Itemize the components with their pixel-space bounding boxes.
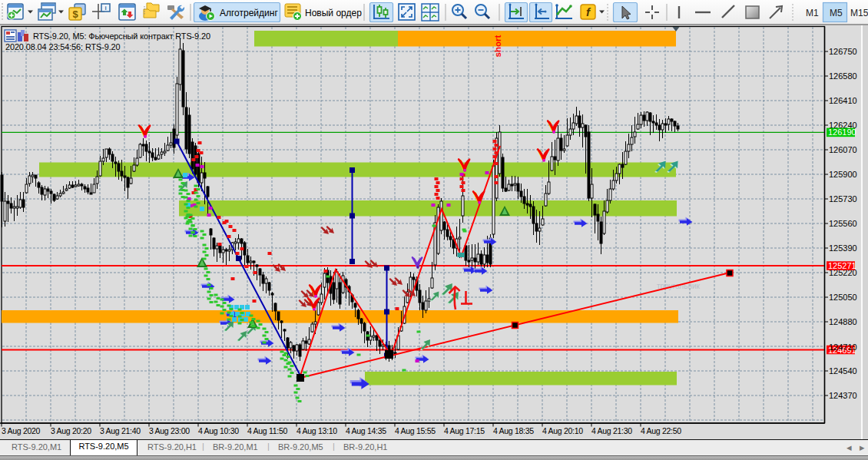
svg-text:$: $ bbox=[72, 8, 78, 20]
svg-text:3 Aug 2020: 3 Aug 2020 bbox=[2, 426, 41, 435]
svg-text:125560: 125560 bbox=[829, 219, 857, 228]
svg-text:125050: 125050 bbox=[829, 293, 857, 302]
svg-text:126410: 126410 bbox=[829, 96, 857, 105]
svg-text:124370: 124370 bbox=[829, 391, 857, 400]
svg-text:126750: 126750 bbox=[829, 47, 857, 56]
svg-text:M5: M5 bbox=[830, 8, 843, 18]
svg-text:M1: M1 bbox=[806, 8, 819, 18]
svg-text:126580: 126580 bbox=[829, 71, 857, 81]
svg-text:Алготрейдинг: Алготрейдинг bbox=[220, 8, 278, 18]
svg-text:125271: 125271 bbox=[828, 261, 856, 270]
svg-text:4 Aug 22:50: 4 Aug 22:50 bbox=[641, 426, 681, 435]
svg-text:4 Aug 10:30: 4 Aug 10:30 bbox=[198, 426, 239, 435]
svg-text:4 Aug 11:50: 4 Aug 11:50 bbox=[247, 426, 287, 435]
svg-text:2020.08.04 23:54:56; RTS-9.20: 2020.08.04 23:54:56; RTS-9.20 bbox=[5, 42, 121, 51]
svg-text:i: i bbox=[104, 5, 106, 12]
svg-text:124880: 124880 bbox=[829, 317, 857, 326]
svg-text:125390: 125390 bbox=[829, 243, 857, 253]
svg-text:4 Aug 18:35: 4 Aug 18:35 bbox=[493, 426, 534, 435]
svg-text:4 Aug 15:55: 4 Aug 15:55 bbox=[395, 426, 436, 435]
svg-text:125900: 125900 bbox=[829, 170, 857, 179]
svg-text:Новый ордер: Новый ордер bbox=[305, 8, 362, 18]
svg-text:4 Aug 20:10: 4 Aug 20:10 bbox=[542, 426, 583, 435]
svg-text:4 Aug 13:10: 4 Aug 13:10 bbox=[297, 426, 337, 435]
svg-text:126070: 126070 bbox=[829, 145, 857, 154]
svg-text:short: short bbox=[493, 35, 502, 57]
svg-text:4 Aug 14:35: 4 Aug 14:35 bbox=[346, 426, 386, 435]
svg-text:RTS-9.20, M5: Фьючерсный конт: RTS-9.20, M5: Фьючерсный контракт RTS-9.… bbox=[33, 31, 210, 41]
svg-text:3 Aug 20:20: 3 Aug 20:20 bbox=[51, 426, 91, 435]
svg-text:M15: M15 bbox=[850, 8, 868, 18]
svg-text:124710: 124710 bbox=[829, 343, 857, 352]
svg-text:124540: 124540 bbox=[829, 366, 857, 376]
svg-text:126190: 126190 bbox=[828, 127, 856, 137]
svg-text:125730: 125730 bbox=[829, 194, 857, 204]
svg-text:3 Aug 21:40: 3 Aug 21:40 bbox=[100, 426, 141, 435]
svg-text:3 Aug 23:00: 3 Aug 23:00 bbox=[149, 426, 190, 435]
svg-text:4 Aug 21:30: 4 Aug 21:30 bbox=[591, 426, 632, 435]
svg-text:4 Aug 17:15: 4 Aug 17:15 bbox=[444, 426, 485, 435]
